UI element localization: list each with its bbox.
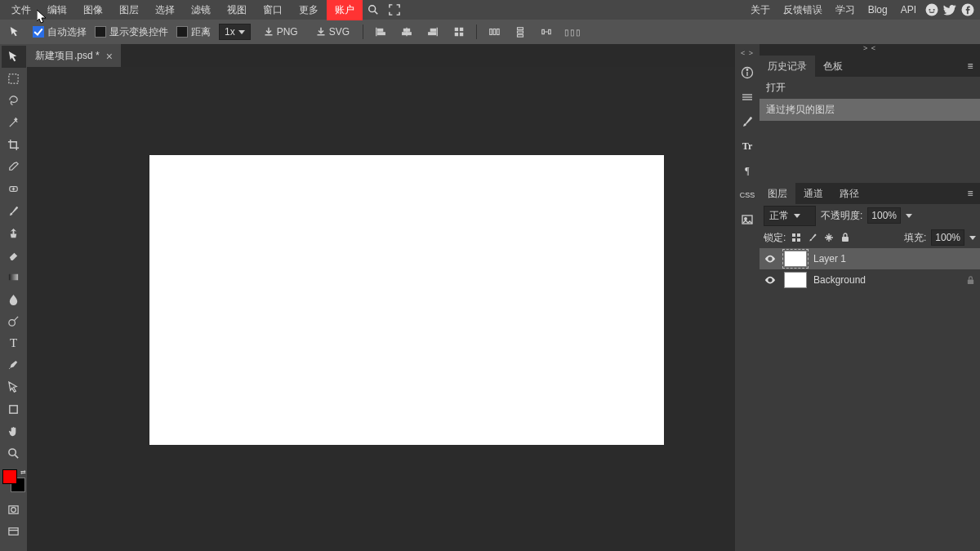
link-api[interactable]: API	[894, 1, 923, 19]
tab-layers[interactable]: 图层	[760, 183, 795, 204]
tool-zoom[interactable]	[2, 442, 26, 464]
opacity-slider-toggle[interactable]	[906, 214, 912, 218]
canvas[interactable]	[149, 155, 664, 445]
tool-lasso[interactable]	[2, 90, 26, 112]
tab-swatches[interactable]: 色板	[815, 56, 851, 77]
tool-eyedropper[interactable]	[2, 156, 26, 178]
layer-visibility-icon[interactable]	[764, 253, 777, 264]
align-right-icon[interactable]	[424, 23, 442, 41]
tool-dodge[interactable]	[2, 310, 26, 332]
tool-type[interactable]: T	[2, 332, 26, 354]
layer-thumbnail[interactable]	[784, 251, 807, 267]
move-tool-icon[interactable]	[5, 22, 24, 42]
lock-all-icon[interactable]	[840, 232, 851, 243]
tool-hand[interactable]	[2, 420, 26, 442]
menu-filter[interactable]: 滤镜	[183, 0, 219, 20]
tool-path-select[interactable]	[2, 376, 26, 398]
tab-channels[interactable]: 通道	[795, 183, 831, 204]
distribute-h-icon[interactable]	[485, 23, 503, 41]
tab-paths[interactable]: 路径	[831, 183, 867, 204]
layer-name[interactable]: Layer 1	[813, 253, 846, 264]
tool-blur[interactable]	[2, 288, 26, 310]
menu-view[interactable]: 视图	[219, 0, 255, 20]
tool-crop[interactable]	[2, 134, 26, 156]
link-feedback[interactable]: 反馈错误	[777, 0, 829, 20]
tool-heal[interactable]	[2, 178, 26, 200]
show-transform-checkbox[interactable]: 显示变换控件	[95, 25, 168, 39]
layer-visibility-icon[interactable]	[764, 274, 777, 286]
fill-slider-toggle[interactable]	[969, 236, 976, 240]
document-tab[interactable]: 新建项目.psd * ×	[27, 44, 121, 67]
history-item[interactable]: 打开	[760, 77, 980, 99]
dock-paragraph-icon[interactable]: ¶	[736, 159, 759, 182]
tool-move[interactable]	[2, 46, 26, 68]
layer-row[interactable]: Layer 1	[760, 248, 980, 269]
tool-clone[interactable]	[2, 222, 26, 244]
opacity-input[interactable]: 100%	[867, 207, 901, 224]
menu-edit[interactable]: 编辑	[39, 0, 75, 20]
dock-image-icon[interactable]	[736, 208, 759, 231]
menu-layer[interactable]: 图层	[111, 0, 147, 20]
swap-colors-icon[interactable]: ⇄	[20, 469, 26, 476]
close-icon[interactable]: ×	[106, 50, 113, 63]
search-icon[interactable]	[363, 0, 384, 20]
lock-brush-icon[interactable]	[807, 232, 818, 243]
align-left-icon[interactable]	[372, 23, 390, 41]
menu-window[interactable]: 窗口	[255, 0, 291, 20]
menu-more[interactable]: 更多	[291, 0, 327, 20]
distribute-v-icon[interactable]	[511, 23, 529, 41]
distribute-space-icon[interactable]	[537, 23, 555, 41]
fill-input[interactable]: 100%	[931, 229, 964, 246]
align-more-icon[interactable]	[450, 23, 468, 41]
tool-pen[interactable]	[2, 354, 26, 376]
menu-account[interactable]: 账户	[327, 0, 363, 20]
layer-row[interactable]: Background	[760, 269, 980, 291]
lock-pixels-icon[interactable]	[791, 232, 802, 243]
link-learn[interactable]: 学习	[829, 0, 862, 20]
dock-character-icon[interactable]: Tr	[736, 135, 759, 158]
tool-shape[interactable]	[2, 398, 26, 420]
dock-css-icon[interactable]: CSS	[736, 184, 759, 207]
align-center-h-icon[interactable]	[398, 23, 416, 41]
reddit-icon[interactable]	[923, 2, 941, 17]
tab-history[interactable]: 历史记录	[760, 56, 815, 77]
menu-file[interactable]: 文件	[3, 0, 39, 20]
tool-eraser[interactable]	[2, 244, 26, 266]
twitter-icon[interactable]	[941, 2, 959, 17]
fullscreen-icon[interactable]	[384, 0, 405, 20]
blend-mode-select[interactable]: 正常	[764, 206, 816, 226]
svg-rect-26	[549, 29, 551, 33]
distance-checkbox[interactable]: 距离	[176, 25, 211, 39]
link-blog[interactable]: Blog	[862, 1, 894, 19]
export-scale-select[interactable]: 1x	[219, 24, 251, 40]
panel-menu-icon[interactable]: ≡	[960, 183, 980, 204]
export-svg-button[interactable]: SVG	[311, 24, 354, 40]
tool-brush[interactable]	[2, 200, 26, 222]
tool-quickmask[interactable]	[2, 499, 26, 521]
tool-gradient[interactable]	[2, 266, 26, 288]
distribute-more-icon[interactable]: ▯▯▯	[564, 23, 581, 41]
layer-name[interactable]: Background	[813, 274, 866, 286]
dock-brush-icon[interactable]	[736, 110, 759, 133]
menu-image[interactable]: 图像	[75, 0, 111, 20]
dock-swatches-icon[interactable]	[736, 86, 759, 109]
panel-menu-icon[interactable]: ≡	[960, 56, 980, 77]
svg-line-36	[15, 455, 18, 458]
dock-collapse-right[interactable]: > <	[760, 44, 980, 56]
lock-position-icon[interactable]	[823, 232, 835, 243]
dock-info-icon[interactable]	[736, 61, 759, 84]
facebook-icon[interactable]	[959, 2, 977, 17]
canvas-area[interactable]	[27, 67, 735, 551]
export-png-button[interactable]: PNG	[259, 24, 303, 40]
color-swatches[interactable]: ⇄	[2, 469, 25, 492]
auto-select-checkbox[interactable]: 自动选择	[33, 25, 87, 39]
menu-select[interactable]: 选择	[147, 0, 183, 20]
tool-screenmode[interactable]	[2, 521, 26, 543]
tool-marquee[interactable]	[2, 68, 26, 90]
link-about[interactable]: 关于	[744, 0, 777, 20]
layer-thumbnail[interactable]	[784, 272, 807, 288]
tool-wand[interactable]	[2, 112, 26, 134]
foreground-color[interactable]	[2, 469, 17, 484]
dock-expand-left[interactable]: < >	[735, 49, 760, 60]
history-item[interactable]: 通过拷贝的图层	[760, 99, 980, 121]
